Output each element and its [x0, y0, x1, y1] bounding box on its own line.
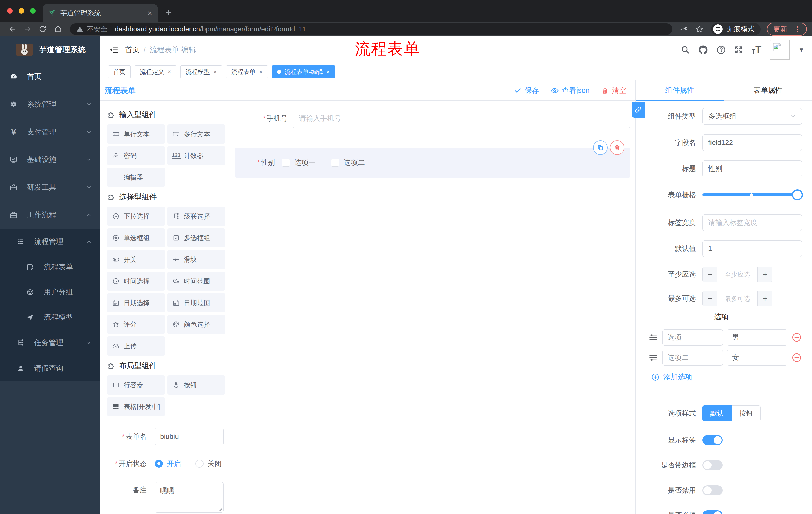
- form-name-input[interactable]: biubiu: [155, 428, 224, 445]
- update-label[interactable]: 更新: [773, 24, 787, 34]
- option-style-button-button[interactable]: 按钮: [732, 405, 761, 422]
- palette-item-color-picker[interactable]: 颜色选择: [167, 315, 225, 334]
- clear-button[interactable]: 清空: [601, 85, 626, 96]
- palette-item-password[interactable]: 密码: [107, 146, 165, 165]
- tag-close-icon[interactable]: ×: [259, 69, 263, 76]
- palette-item-time-range[interactable]: 时间范围: [167, 272, 225, 291]
- option-value-input[interactable]: 男: [727, 329, 787, 346]
- tab-component-props[interactable]: 组件属性: [636, 80, 724, 100]
- palette-item-checkbox-group[interactable]: 多选框组: [167, 228, 225, 247]
- sidebar-item-infrastructure[interactable]: 基础设施: [0, 146, 100, 173]
- sidebar-item-system[interactable]: 系统管理: [0, 90, 100, 118]
- resize-handle-icon[interactable]: [218, 507, 222, 511]
- palette-item-editor[interactable]: 编辑器: [107, 168, 165, 187]
- canvas-field-phone[interactable]: *手机号 请输入手机号: [235, 109, 630, 128]
- tag-process-form-edit[interactable]: 流程表单-编辑×: [272, 65, 335, 78]
- component-type-select[interactable]: 多选框组: [702, 108, 802, 125]
- slider-thumb[interactable]: [792, 189, 803, 200]
- browser-update-button[interactable]: 更新 ⋮: [767, 23, 807, 36]
- remove-option-icon[interactable]: [791, 332, 802, 343]
- close-window-button[interactable]: [7, 8, 12, 13]
- sidebar-item-devtools[interactable]: 研发工具: [0, 173, 100, 201]
- link-affix-button[interactable]: [632, 102, 645, 118]
- back-icon[interactable]: [8, 25, 17, 33]
- plus-icon[interactable]: +: [757, 291, 772, 306]
- url-bar[interactable]: 不安全 dashboard.yudao.iocoder.cn/bpm/manag…: [70, 23, 672, 35]
- avatar[interactable]: [770, 40, 790, 60]
- tab-close-icon[interactable]: ×: [147, 9, 152, 17]
- palette-item-date-picker[interactable]: 日期选择: [107, 293, 165, 312]
- font-size-icon[interactable]: TT: [752, 44, 761, 55]
- gender-option-2[interactable]: 选项二: [331, 158, 365, 167]
- save-button[interactable]: 保存: [514, 85, 539, 96]
- tag-close-icon[interactable]: ×: [168, 69, 171, 76]
- palette-item-table[interactable]: 表格[开发中]: [107, 397, 165, 416]
- option-label-input[interactable]: 选项一: [662, 329, 723, 346]
- zoom-window-button[interactable]: [30, 8, 36, 13]
- sidebar-item-payment[interactable]: ¥ 支付管理: [0, 118, 100, 146]
- phone-input[interactable]: 请输入手机号: [293, 109, 630, 128]
- min-select-input[interactable]: 至少应选: [717, 267, 757, 282]
- palette-item-radio-group[interactable]: 单选框组: [107, 228, 165, 247]
- status-off-radio[interactable]: [196, 460, 203, 468]
- breadcrumb-home[interactable]: 首页: [125, 45, 140, 55]
- github-icon[interactable]: [698, 45, 708, 55]
- window-controls[interactable]: [7, 8, 36, 13]
- tag-home[interactable]: 首页: [108, 65, 130, 78]
- palette-item-row-container[interactable]: 行容器: [107, 375, 165, 395]
- browser-tab[interactable]: 芋道管理系统 ×: [43, 4, 158, 22]
- form-grid-slider[interactable]: [702, 187, 802, 203]
- option-label-input[interactable]: 选项二: [662, 350, 723, 366]
- add-option-button[interactable]: 添加选项: [651, 372, 802, 382]
- title-input[interactable]: 性别: [702, 160, 802, 177]
- sidebar-item-process-form[interactable]: 流程表单: [0, 254, 100, 280]
- form-canvas[interactable]: *手机号 请输入手机号 *性别 选项一 选项二: [230, 101, 635, 514]
- palette-item-single-text[interactable]: 单行文本: [107, 125, 165, 143]
- minimize-window-button[interactable]: [19, 8, 24, 13]
- palette-item-cascader[interactable]: 级联选择: [167, 207, 225, 226]
- tag-process-form[interactable]: 流程表单×: [226, 65, 268, 78]
- default-value-input[interactable]: 1: [702, 240, 802, 257]
- url-text[interactable]: dashboard.yudao.iocoder.cn/bpm/manager/f…: [115, 25, 306, 33]
- border-toggle[interactable]: [702, 460, 723, 470]
- forward-icon[interactable]: [24, 25, 32, 33]
- option-value-input[interactable]: 女: [727, 350, 787, 366]
- app-logo[interactable]: 芋道管理系统: [0, 36, 100, 63]
- avatar-dropdown-caret-icon[interactable]: ▼: [799, 46, 805, 53]
- copy-field-button[interactable]: [593, 140, 608, 155]
- help-icon[interactable]: [717, 45, 726, 54]
- status-off-label[interactable]: 关闭: [207, 459, 222, 468]
- browser-menu-icon[interactable]: ⋮: [794, 25, 802, 34]
- fullscreen-icon[interactable]: [734, 45, 743, 54]
- minus-icon[interactable]: −: [703, 291, 717, 306]
- palette-item-rate[interactable]: 评分: [107, 315, 165, 334]
- password-key-icon[interactable]: [680, 25, 688, 33]
- canvas-selected-field-gender[interactable]: *性别 选项一 选项二: [235, 148, 630, 178]
- tab-form-props[interactable]: 表单属性: [724, 80, 812, 100]
- sidebar-item-task-management[interactable]: 任务管理: [0, 330, 100, 356]
- status-on-label[interactable]: 开启: [167, 459, 181, 468]
- sidebar-item-workflow[interactable]: 工作流程: [0, 201, 100, 229]
- search-icon[interactable]: [681, 45, 690, 54]
- option-style-default-button[interactable]: 默认: [702, 405, 732, 422]
- checkbox[interactable]: [331, 159, 339, 167]
- palette-item-switch[interactable]: 开关: [107, 250, 165, 269]
- min-select-stepper[interactable]: − 至少应选 +: [702, 267, 772, 282]
- required-toggle[interactable]: [702, 511, 723, 514]
- checkbox[interactable]: [282, 159, 290, 167]
- remove-option-icon[interactable]: [791, 352, 802, 363]
- tag-process-model[interactable]: 流程模型×: [180, 65, 222, 78]
- sidebar-item-process-model[interactable]: 流程模型: [0, 305, 100, 330]
- drag-handle-icon[interactable]: [648, 332, 658, 343]
- sidebar-item-leave-query[interactable]: 请假查询: [0, 356, 100, 381]
- bookmark-star-icon[interactable]: [695, 25, 703, 33]
- reload-icon[interactable]: [39, 25, 47, 33]
- plus-icon[interactable]: +: [757, 267, 772, 282]
- sidebar-item-process-management[interactable]: 流程管理: [0, 229, 100, 254]
- delete-field-button[interactable]: [610, 140, 624, 155]
- label-width-input[interactable]: 请输入标签宽度: [702, 214, 802, 231]
- max-select-stepper[interactable]: − 最多可选 +: [702, 291, 772, 306]
- status-on-radio[interactable]: [155, 460, 163, 468]
- view-json-button[interactable]: 查看json: [551, 85, 590, 96]
- palette-item-multi-text[interactable]: 多行文本: [167, 125, 225, 143]
